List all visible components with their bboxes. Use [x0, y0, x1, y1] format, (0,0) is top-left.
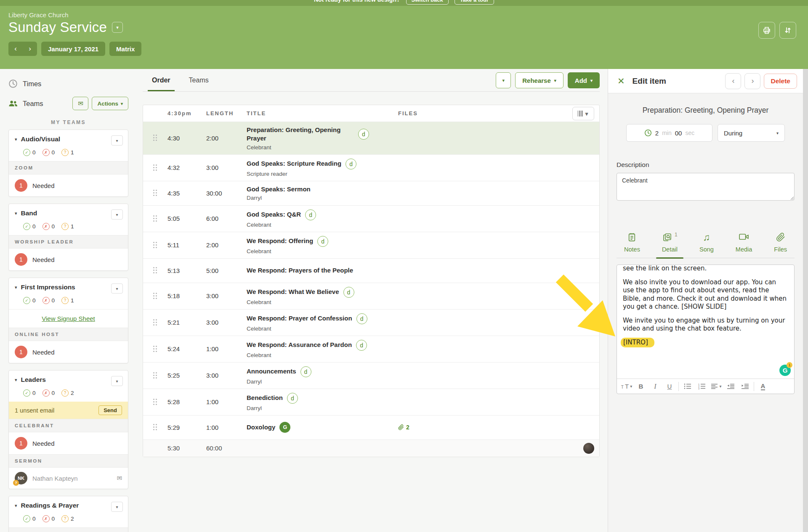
order-row[interactable]: 5:21 3:00 We Respond: Prayer of Confessi…: [143, 310, 599, 336]
drag-handle-icon[interactable]: [153, 293, 157, 299]
tab-files[interactable]: Files: [770, 233, 791, 258]
email-teams-button[interactable]: ✉: [72, 97, 88, 110]
text-color-button[interactable]: A: [756, 380, 770, 393]
item-title: God Speaks: Scripture Reading: [247, 159, 341, 168]
tab-media[interactable]: Media: [731, 233, 757, 258]
drag-handle-icon[interactable]: [153, 164, 157, 171]
drag-handle-icon[interactable]: [153, 267, 157, 274]
duration-seconds[interactable]: 00: [675, 130, 682, 137]
order-row[interactable]: 4:30 2:00 Preparation: Greeting, Opening…: [143, 122, 599, 155]
needed-row[interactable]: 1 Needed: [9, 432, 128, 454]
chevron-down-icon: ▾: [121, 101, 123, 106]
duration-minutes[interactable]: 2: [655, 130, 659, 137]
collapse-caret-icon[interactable]: ▾: [15, 377, 17, 383]
position-section-label: SERMON: [9, 454, 128, 468]
needed-row[interactable]: 1 Needed: [9, 249, 128, 270]
drag-handle-icon[interactable]: [153, 399, 157, 405]
drag-handle-icon[interactable]: [153, 135, 157, 141]
tab-song[interactable]: ♫ Song: [695, 233, 718, 258]
next-item-button[interactable]: ›: [744, 73, 760, 89]
plan-options-dropdown[interactable]: ▾: [496, 72, 511, 88]
item-time: 5:25: [167, 372, 206, 379]
columns-button[interactable]: ▾: [572, 107, 594, 120]
order-row[interactable]: 5:24 1:00 We Respond: Assurance of Pardo…: [143, 336, 599, 363]
service-title-dropdown[interactable]: ▾: [112, 22, 123, 33]
collapse-caret-icon[interactable]: ▾: [15, 503, 17, 508]
detail-editor[interactable]: see the link on the screen. We also invi…: [617, 265, 795, 394]
sort-button[interactable]: [779, 22, 796, 39]
next-date-button[interactable]: ›: [23, 42, 37, 56]
drag-handle-icon[interactable]: [153, 372, 157, 379]
description-input[interactable]: Celebrant: [617, 173, 795, 201]
underline-button[interactable]: U: [662, 380, 677, 393]
grammarly-widget[interactable]: G 1: [779, 365, 791, 376]
sidebar-item-times[interactable]: Times: [0, 75, 137, 93]
person-row[interactable]: NK? Nathan Kapteyn ✉: [9, 468, 128, 489]
collapse-caret-icon[interactable]: ▾: [15, 137, 17, 142]
rehearse-button[interactable]: Rehearse▾: [515, 72, 563, 88]
matrix-button[interactable]: Matrix: [109, 42, 141, 56]
team-options-button[interactable]: ▾: [111, 209, 123, 220]
view-signup-sheet-link[interactable]: View Signup Sheet: [9, 309, 128, 328]
tab-order[interactable]: Order: [148, 69, 175, 91]
unsent-email-alert: 1 unsent email Send: [9, 402, 128, 419]
item-files[interactable]: 2: [398, 424, 599, 431]
send-email-button[interactable]: Send: [98, 405, 122, 415]
close-icon[interactable]: ✕: [617, 76, 625, 86]
delete-button[interactable]: Delete: [764, 74, 797, 89]
switch-back-button[interactable]: Switch back: [406, 0, 449, 5]
order-row[interactable]: 4:35 30:00 God Speaks: Sermon Darryl: [143, 181, 599, 206]
order-row[interactable]: 5:13 5:00 We Respond: Prayers of the Peo…: [143, 259, 599, 283]
prev-date-button[interactable]: ‹: [8, 42, 23, 56]
actions-button[interactable]: Actions▾: [92, 97, 128, 110]
bullet-list-button[interactable]: [680, 380, 695, 393]
order-row[interactable]: 5:25 3:00 Announcementsd Darryl: [143, 363, 599, 389]
drag-handle-icon[interactable]: [153, 319, 157, 326]
take-tour-button[interactable]: Take a tour: [454, 0, 494, 5]
font-size-button[interactable]: TT▾: [619, 380, 634, 393]
date-button[interactable]: January 17, 2021: [41, 42, 105, 56]
team-options-button[interactable]: ▾: [111, 283, 123, 294]
duration-input[interactable]: 2 min 00 sec: [626, 124, 712, 142]
drag-handle-icon[interactable]: [153, 242, 157, 249]
sidebar-item-teams[interactable]: Teams ✉ Actions▾: [0, 93, 137, 114]
needed-row[interactable]: 1 Needed: [9, 341, 128, 363]
outdent-button[interactable]: [723, 380, 738, 393]
order-row[interactable]: 5:18 3:00 We Respond: What We Believed C…: [143, 283, 599, 310]
timing-select[interactable]: During ▾: [718, 124, 785, 142]
drag-handle-icon[interactable]: [153, 190, 157, 196]
team-options-button[interactable]: ▾: [111, 376, 123, 386]
needed-row[interactable]: 1 Needed: [9, 175, 128, 196]
collapse-caret-icon[interactable]: ▾: [15, 211, 17, 216]
print-button[interactable]: [758, 22, 775, 39]
numbered-list-button[interactable]: 123: [695, 380, 709, 393]
order-row[interactable]: 5:28 1:00 Benedictiond Darryl: [143, 389, 599, 416]
bold-button[interactable]: B: [634, 380, 648, 393]
envelope-icon[interactable]: ✉: [117, 474, 122, 482]
team-options-button[interactable]: ▾: [111, 502, 123, 512]
needed-count-badge: 1: [15, 253, 27, 266]
order-row[interactable]: 5:05 6:00 God Speaks: Q&Rd Celebrant: [143, 206, 599, 232]
indent-button[interactable]: [738, 380, 752, 393]
drag-handle-icon[interactable]: [153, 346, 157, 352]
add-button[interactable]: Add▾: [568, 72, 600, 88]
collapse-caret-icon[interactable]: ▾: [15, 285, 17, 290]
item-subtitle: Celebrant: [247, 326, 398, 332]
order-row[interactable]: 5:11 2:00 We Respond: Offeringd Celebran…: [143, 232, 599, 259]
team-options-button[interactable]: ▾: [111, 135, 123, 146]
tab-detail[interactable]: 1 Detail: [658, 233, 682, 258]
align-button[interactable]: ▾: [709, 380, 723, 393]
drag-handle-icon[interactable]: [153, 424, 157, 431]
detail-editor-content[interactable]: see the link on the screen. We also invi…: [617, 265, 794, 378]
order-row[interactable]: 5:29 1:00 DoxologyG 2: [143, 416, 599, 440]
scrollbar-gutter[interactable]: [803, 69, 808, 532]
tab-teams[interactable]: Teams: [185, 69, 213, 91]
italic-button[interactable]: I: [648, 380, 662, 393]
drag-handle-icon[interactable]: [153, 215, 157, 222]
prev-item-button[interactable]: ‹: [725, 73, 741, 89]
tab-notes[interactable]: Notes: [620, 233, 644, 258]
pending-count: ?1: [61, 223, 74, 230]
team-name: Readings & Prayer: [21, 502, 79, 509]
item-length: 3:00: [206, 164, 247, 171]
order-row[interactable]: 4:32 3:00 God Speaks: Scripture Readingd…: [143, 155, 599, 181]
